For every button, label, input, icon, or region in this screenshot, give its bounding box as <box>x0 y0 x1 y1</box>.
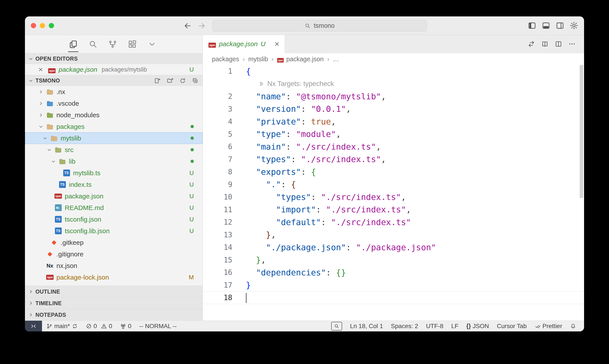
breadcrumb-package-json[interactable]: package.json <box>286 56 324 63</box>
tree-item--gitkeep[interactable]: .gitkeep <box>25 237 203 248</box>
line-content: "type": "module", <box>232 129 341 139</box>
activity-source-control-button[interactable] <box>108 35 117 53</box>
tree-item-package-lock-json[interactable]: npmpackage-lock.jsonM <box>25 272 203 283</box>
tree-item-mytslib[interactable]: mytslib <box>25 132 203 144</box>
language-mode[interactable]: {} JSON <box>466 323 489 330</box>
tree-item-packages[interactable]: packages <box>25 121 203 132</box>
minimize-window-button[interactable] <box>40 23 45 28</box>
code-line-8[interactable]: 8 "exports": { <box>203 166 584 178</box>
extensions-icon <box>128 39 137 49</box>
open-editor-item[interactable]: npm package.json packages/mytslib U <box>25 64 203 75</box>
cursor-position[interactable]: Ln 18, Col 1 <box>350 323 383 330</box>
ts-icon: TS <box>58 181 66 189</box>
indentation-indicator[interactable]: Spaces: 2 <box>391 323 418 330</box>
back-button[interactable] <box>183 22 192 30</box>
code-line-15[interactable]: 15 }, <box>203 254 584 266</box>
section-timeline[interactable]: TIMELINE <box>25 297 203 309</box>
problems-indicator[interactable]: 0 0 <box>86 323 112 330</box>
tree-item--gitignore[interactable]: .gitignore <box>25 248 203 260</box>
more-actions-icon[interactable] <box>568 40 576 48</box>
tree-item-node-modules[interactable]: node_modules <box>25 109 203 121</box>
line-content: { <box>232 66 251 76</box>
code-editor[interactable]: 1{Nx Targets: typecheck2 "name": "@tsmon… <box>203 65 584 321</box>
code-line-13[interactable]: 13 }, <box>203 229 584 241</box>
branch-indicator[interactable]: main* <box>46 323 78 330</box>
tree-item-readme-md[interactable]: M↓README.mdU <box>25 202 203 213</box>
new-folder-button[interactable] <box>167 78 173 84</box>
open-changes-icon[interactable] <box>528 40 535 48</box>
scrollbar-thumb[interactable] <box>580 65 583 198</box>
tree-item-lib[interactable]: lib <box>25 156 203 167</box>
cursor-tab-toggle[interactable]: Cursor Tab <box>497 323 527 330</box>
notifications-bell[interactable] <box>570 323 576 329</box>
split-editor-icon[interactable] <box>555 40 562 48</box>
forward-button[interactable] <box>197 22 206 30</box>
open-preview-icon[interactable] <box>541 40 549 48</box>
close-window-button[interactable] <box>31 23 36 28</box>
code-line-16[interactable]: 16 "dependencies": {} <box>203 266 584 279</box>
code-line-10[interactable]: 10 "types": "./src/index.ts", <box>203 191 584 203</box>
breadcrumb: packages › mytslib › npm package.json › … <box>203 53 584 65</box>
activity-search-button[interactable] <box>88 35 98 53</box>
code-line-14[interactable]: 14 "./package.json": "./package.json" <box>203 241 584 254</box>
breadcrumb-more[interactable]: … <box>333 56 339 63</box>
tab-package-json[interactable]: npm package.json U <box>203 35 285 53</box>
ports-indicator[interactable]: 0 <box>120 323 131 330</box>
collapse-folders-button[interactable] <box>192 78 199 84</box>
tree-item-tsconfig-json[interactable]: TStsconfig.jsonU <box>25 213 203 225</box>
new-file-button[interactable] <box>154 78 161 84</box>
tree-item-label: mytslib <box>61 134 81 142</box>
encoding-indicator[interactable]: UTF-8 <box>426 323 443 330</box>
tree-item-package-json[interactable]: npmpackage.jsonU <box>25 190 203 202</box>
activity-extensions-button[interactable] <box>128 35 137 53</box>
code-line-18[interactable]: 18 <box>203 291 584 304</box>
breadcrumb-packages[interactable]: packages <box>212 56 239 63</box>
code-line-7[interactable]: 7 "types": "./src/index.ts", <box>203 153 584 166</box>
maximize-window-button[interactable] <box>49 23 54 28</box>
tree-item-mytslib-ts[interactable]: TSmytslib.tsU <box>25 167 203 179</box>
code-line-17[interactable]: 17} <box>203 279 584 292</box>
explorer-section-header[interactable]: TSMONO <box>25 75 203 86</box>
code-line-3[interactable]: 3 "version": "0.0.1", <box>203 103 584 116</box>
eol-indicator[interactable]: LF <box>451 323 458 330</box>
close-tab-icon[interactable] <box>274 41 280 47</box>
code-line-6[interactable]: 6 "main": "./src/index.ts", <box>203 141 584 153</box>
activity-more-button[interactable] <box>147 35 157 53</box>
section-outline[interactable]: OUTLINE <box>25 286 203 297</box>
zoom-toggle-button[interactable] <box>331 322 342 331</box>
remote-indicator[interactable] <box>25 321 42 331</box>
toggle-primary-sidebar-button[interactable] <box>528 21 536 30</box>
line-content: "private": true, <box>232 117 336 126</box>
code-line-4[interactable]: 4 "private": true, <box>203 115 584 128</box>
tree-item-nx-json[interactable]: Nxnx.json <box>25 260 203 272</box>
formatter-indicator[interactable]: Prettier <box>535 323 562 330</box>
code-line-2[interactable]: 2 "name": "@tsmono/mytslib", <box>203 90 584 103</box>
codelens-nx-targets[interactable]: Nx Targets: typecheck <box>259 80 334 88</box>
breadcrumb-separator: › <box>270 56 275 63</box>
close-editor-icon[interactable] <box>38 66 44 73</box>
toggle-panel-button[interactable] <box>542 21 550 30</box>
refresh-explorer-button[interactable] <box>179 78 186 84</box>
code-line-1[interactable]: 1{ <box>203 65 584 78</box>
chevron-down-icon <box>36 124 46 130</box>
breadcrumb-mytslib[interactable]: mytslib <box>248 56 268 63</box>
toggle-secondary-sidebar-button[interactable] <box>556 21 564 30</box>
settings-gear-icon[interactable] <box>570 21 578 30</box>
tree-item--nx[interactable]: .nx <box>25 86 203 98</box>
code-line-9[interactable]: 9 ".": { <box>203 178 584 191</box>
line-number: 11 <box>203 205 232 214</box>
tree-item--vscode[interactable]: .vscode <box>25 98 203 109</box>
folder-icon <box>46 88 54 96</box>
code-line-11[interactable]: 11 "import": "./src/index.ts", <box>203 203 584 216</box>
tree-item-src[interactable]: src <box>25 144 203 156</box>
tree-item-index-ts[interactable]: TSindex.tsU <box>25 179 203 190</box>
activity-explorer-button[interactable] <box>69 35 78 53</box>
tree-item-label: package.json <box>65 193 104 200</box>
command-center-search[interactable]: tsmono <box>212 20 427 31</box>
open-editors-header[interactable]: OPEN EDITORS <box>25 53 203 64</box>
code-line-12[interactable]: 12 "default": "./src/index.ts" <box>203 216 584 229</box>
code-line-5[interactable]: 5 "type": "module", <box>203 128 584 141</box>
branch-name: main* <box>54 323 70 330</box>
tree-item-tsconfig-lib-json[interactable]: TStsconfig.lib.jsonU <box>25 225 203 237</box>
section-notepads[interactable]: NOTEPADS <box>25 309 203 321</box>
